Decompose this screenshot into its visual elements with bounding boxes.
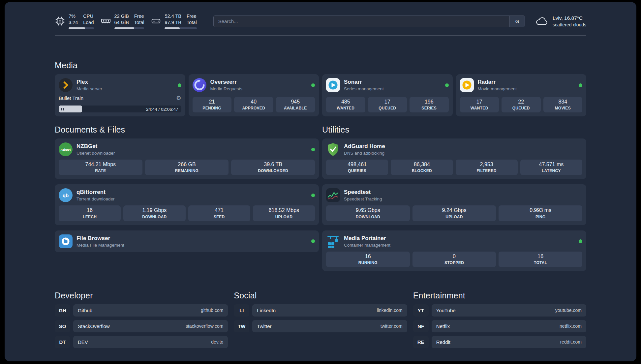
storage-free: 52.4 TB [165,13,181,19]
service-card-qbittorrent[interactable]: qb qBittorrent Torrent downloader 16 LEE… [55,184,319,225]
bookmark-netflix[interactable]: NF Netflix netflix.com [413,320,586,332]
memory-progress-bar [114,27,144,29]
service-description: DNS and adblocking [344,151,385,156]
service-name: Media Portainer [344,235,390,242]
service-name: Overseerr [210,79,243,85]
status-dot [445,83,449,87]
cpu-label-bottom: Load [83,19,94,26]
stat-queued: 17 QUEUED [368,97,407,112]
status-dot [579,83,582,87]
bookmark-abbr: TW [234,320,249,332]
bookmark-abbr: YT [413,304,429,317]
bookmark-name: LinkedIn [257,308,276,313]
stat-blocked: 86,384 BLOCKED [391,160,453,175]
bookmark-url: linkedin.com [377,308,403,313]
playback-progress-fill [59,106,82,112]
top-bar: 7% 3.24 CPU Load [55,13,586,29]
memory-progress-fill [114,27,134,29]
bookmark-twitter[interactable]: TW Twitter twitter.com [234,320,407,332]
bookmark-url: twitter.com [381,323,403,329]
cpu-load: 3.24 [69,19,78,26]
service-card-plex[interactable]: Plex Media server Bullet Train ⚙ [55,74,185,116]
service-description: Speedtest Tracking [344,197,382,201]
weather-condition: scattered clouds [553,22,586,27]
search-engine-button[interactable]: G [509,16,525,27]
stat-running: 16 RUNNING [326,252,410,267]
stat-filtered: 2,953 FILTERED [456,160,518,175]
bookmark-abbr: NF [413,320,429,332]
status-dot [178,83,181,87]
cpu-usage: 7% [69,13,78,19]
storage-progress-bar [165,27,197,29]
section-title-entertainment: Entertainment [413,291,586,300]
storage-widget: 52.4 TB 97.9 TB Free Total [151,13,197,29]
status-dot [311,239,315,243]
bookmark-url: stackoverflow.com [186,323,223,329]
stat-queries: 498,461 QUERIES [326,160,388,175]
bookmark-stackoverflow[interactable]: SO StackOverflow stackoverflow.com [55,320,228,332]
bookmark-name: Netflix [436,323,450,329]
stat-latency: 47.571 ms LATENCY [520,160,582,175]
cpu-progress-fill [69,27,85,29]
dashboard-page: 7% 3.24 CPU Load [5,2,636,361]
stat-download: 1.19 Gbps DOWNLOAD [123,205,185,221]
memory-free: 22 GiB [114,13,129,19]
section-title-documents: Documents & Files [55,125,319,135]
memory-widget: 22 GiB 64 GiB Free Total [101,13,144,29]
service-card-sonarr[interactable]: Sonarr Series management 485 WANTED 17 Q… [322,74,453,116]
bookmark-reddit[interactable]: RE Reddit reddit.com [413,336,586,348]
service-description: Container management [344,243,390,248]
cpu-progress-bar [69,27,94,29]
service-card-overseerr[interactable]: Overseerr Media Requests 21 PENDING 40 A… [189,74,319,116]
memory-label-bottom: Total [134,19,144,26]
weather-location: Lviv, 16.87°C [553,15,586,21]
service-card-radarr[interactable]: Radarr Movie management 17 WANTED 22 QUE… [456,74,587,116]
stat-ping: 0.993 ms PING [499,205,582,221]
search-input[interactable] [214,16,509,27]
stat-leech: 16 LEECH [59,205,121,221]
playback-progress-bar[interactable]: 24:44 / 02:06:47 [59,106,181,112]
stat-approved: 40 APPROVED [234,97,273,112]
service-name: qBittorrent [76,189,115,196]
qbittorrent-icon: qb [59,188,73,202]
bookmark-abbr: SO [55,320,70,332]
bookmark-youtube[interactable]: YT YouTube youtube.com [413,304,586,317]
service-card-speedtest[interactable]: Speedtest Speedtest Tracking 9.65 Gbps D… [322,184,586,225]
bookmark-dev[interactable]: DT DEV dev.to [55,336,228,348]
service-card-nzbget[interactable]: nzbget NZBGet Usenet downloader 744.21 M… [55,138,319,179]
stat-rate: 744.21 Mbps RATE [59,160,142,175]
bookmark-group-developer: Developer GH Github github.com SO StackO… [55,291,228,352]
service-name: NZBGet [76,143,115,150]
service-card-portainer[interactable]: Media Portainer Container management 16 … [322,230,586,271]
topbar-divider [55,36,586,36]
overseerr-icon [193,78,206,92]
bookmark-name: Twitter [257,323,271,329]
memory-total: 64 GiB [114,19,129,26]
section-title-social: Social [234,291,407,300]
stat-upload: 9.24 Gbps UPLOAD [412,205,496,221]
service-card-adguard[interactable]: AdGuard Home DNS and adblocking 498,461 … [322,138,586,179]
radarr-icon [460,78,474,92]
service-description: Series management [344,86,384,91]
service-description: Torrent downloader [76,197,115,201]
section-title-utilities: Utilities [322,125,586,135]
stat-available: 945 AVAILABLE [276,97,315,112]
service-card-filebrowser[interactable]: File Browser Media File Management [55,230,319,252]
weather-widget[interactable]: Lviv, 16.87°C scattered clouds [535,15,586,27]
bookmark-url: netflix.com [560,323,582,329]
gear-icon[interactable]: ⚙ [176,95,181,101]
search-bar: G [213,15,525,27]
bookmark-name: Github [78,308,92,313]
bookmark-linkedin[interactable]: LI LinkedIn linkedin.com [234,304,407,317]
bookmark-name: YouTube [436,308,456,313]
stat-series: 196 SERIES [410,97,449,112]
bookmark-github[interactable]: GH Github github.com [55,304,228,317]
stat-queued: 22 QUEUED [502,97,541,112]
service-name: Speedtest [344,189,382,196]
stat-stopped: 0 STOPPED [412,252,496,267]
stat-movies: 834 MOVIES [543,97,583,112]
service-description: Movie management [478,86,517,91]
service-description: Usenet downloader [76,151,115,156]
nzbget-icon: nzbget [59,142,73,156]
bookmark-name: Reddit [436,339,450,345]
